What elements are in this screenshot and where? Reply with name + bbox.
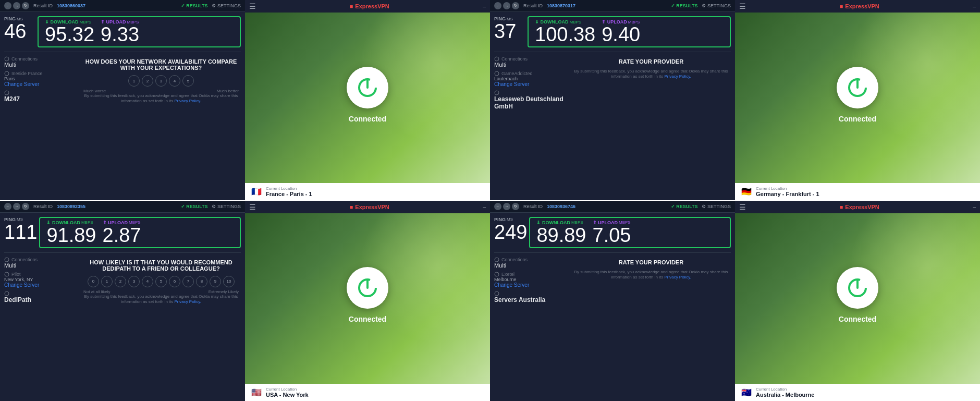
rating-min: Much worse — [83, 89, 106, 93]
connections-row: Connections Multi — [494, 56, 567, 68]
forward-icon[interactable]: → — [13, 2, 20, 9]
vpn-background: Connected — [245, 213, 490, 384]
rating-btn-10[interactable]: 10 — [223, 276, 235, 287]
rating-btn-2[interactable]: 2 — [115, 276, 126, 287]
rating-btn-5[interactable]: 5 — [155, 276, 167, 287]
ping-value: 111 — [4, 222, 37, 242]
settings-tab[interactable]: ⚙ SETTINGS — [702, 204, 731, 209]
ping-stat: PING ms 111 — [4, 217, 37, 248]
privacy-policy-link[interactable]: Privacy Policy. — [664, 74, 691, 79]
results-tab[interactable]: ✓ RESULTS — [671, 3, 698, 8]
hamburger-menu-icon[interactable]: ☰ — [739, 203, 746, 211]
privacy-text: By submitting this feedback, you acknowl… — [573, 69, 729, 80]
minimize-icon[interactable]: – — [973, 4, 976, 9]
rating-btn-4[interactable]: 4 — [142, 276, 153, 287]
results-tab[interactable]: ✓ RESULTS — [671, 204, 698, 209]
connections-row: Connections Multi — [494, 257, 567, 269]
provider-row: M247 — [4, 90, 77, 103]
provider-icon-label — [494, 291, 567, 296]
location-icon — [4, 272, 9, 277]
expressvpn-logo: ■ ExpressVPN — [350, 204, 389, 210]
stats-row: PING ms 111 ⇓ DOWNLOAD Mbps 91.89 ⇑ UPLO… — [0, 213, 245, 252]
change-server-link[interactable]: Change Server — [4, 282, 39, 288]
refresh-icon[interactable]: ↻ — [22, 203, 29, 210]
upload-stat: ⇑ UPLOAD Mbps 9.33 — [101, 19, 139, 44]
rating-btn-0[interactable]: 0 — [88, 276, 99, 287]
location-label: Current Location — [756, 186, 819, 191]
settings-tab[interactable]: ⚙ SETTINGS — [212, 204, 241, 209]
expressvpn-shield-icon: ■ — [840, 3, 843, 9]
refresh-icon[interactable]: ↻ — [22, 2, 29, 9]
power-button[interactable] — [347, 67, 388, 108]
info-right: RATE YOUR PROVIDERBy submitting this fee… — [571, 56, 731, 196]
provider-icon — [494, 90, 499, 95]
ping-stat: PING ms 249 — [494, 217, 527, 248]
settings-tab[interactable]: ⚙ SETTINGS — [702, 3, 731, 8]
rating-btn-5[interactable]: 5 — [182, 75, 194, 87]
results-tab[interactable]: ✓ RESULTS — [181, 204, 208, 209]
expressvpn-logo-text: ExpressVPN — [845, 204, 879, 210]
forward-icon[interactable]: → — [13, 203, 20, 210]
forward-icon[interactable]: → — [503, 2, 510, 9]
change-server-link[interactable]: Change Server — [494, 81, 529, 87]
change-server-link[interactable]: Change Server — [4, 81, 39, 87]
privacy-policy-link[interactable]: Privacy Policy. — [664, 275, 691, 280]
rating-btn-9[interactable]: 9 — [210, 276, 221, 287]
rating-max: Extremely Likely — [209, 289, 239, 294]
result-id: 10830936746 — [547, 204, 575, 209]
hamburger-menu-icon[interactable]: ☰ — [249, 2, 256, 10]
vpn-panel: ☰ ■ ExpressVPN – Connected 🇫🇷 Current Lo… — [245, 0, 490, 200]
vpn-footer: 🇦🇺 Current Location Australia - Melbourn… — [735, 384, 980, 401]
rating-btn-4[interactable]: 4 — [169, 75, 180, 87]
back-icon[interactable]: ← — [4, 2, 11, 9]
location-icon — [494, 71, 499, 76]
minimize-icon[interactable]: – — [483, 4, 486, 9]
highlighted-stats: ⇓ DOWNLOAD Mbps 100.38 ⇑ UPLOAD Mbps 9.4… — [528, 16, 731, 47]
upload-stat: ⇑ UPLOAD Mbps 2.87 — [103, 220, 141, 245]
svg-point-11 — [5, 272, 9, 276]
back-icon[interactable]: ← — [4, 203, 11, 210]
speedtest-panel: ← → ↻ Result ID 10830870317 ✓ RESULTS ⚙ … — [490, 0, 735, 200]
hamburger-menu-icon[interactable]: ☰ — [249, 203, 256, 211]
results-tab[interactable]: ✓ RESULTS — [181, 3, 208, 8]
change-server-link[interactable]: Change Server — [494, 282, 529, 288]
rating-btn-3[interactable]: 3 — [128, 276, 140, 287]
forward-icon[interactable]: → — [503, 203, 510, 210]
provider-icon-label — [4, 291, 77, 296]
hamburger-menu-icon[interactable]: ☰ — [739, 2, 746, 10]
info-right: HOW DOES YOUR NETWORK AVAILABILITY COMPA… — [81, 56, 241, 196]
rating-min: Not at all likely — [83, 289, 111, 294]
power-button[interactable] — [347, 267, 388, 309]
rating-btn-8[interactable]: 8 — [196, 276, 207, 287]
provider-icon — [494, 291, 499, 296]
settings-tab[interactable]: ⚙ SETTINGS — [212, 3, 241, 8]
result-id: 10830892355 — [57, 204, 85, 209]
power-button[interactable] — [837, 267, 878, 309]
result-id-label: Result ID — [523, 204, 543, 209]
rating-btn-7[interactable]: 7 — [182, 276, 194, 287]
back-icon[interactable]: ← — [494, 2, 501, 9]
minimize-icon[interactable]: – — [973, 204, 976, 210]
back-icon[interactable]: ← — [494, 203, 501, 210]
power-button[interactable] — [837, 67, 878, 108]
minimize-icon[interactable]: – — [483, 204, 486, 210]
rating-btn-2[interactable]: 2 — [142, 75, 153, 87]
rating-btn-3[interactable]: 3 — [155, 75, 167, 87]
privacy-policy-link[interactable]: Privacy Policy. — [174, 99, 201, 103]
expressvpn-shield-icon: ■ — [350, 3, 353, 9]
location-row: Pilot New York, NY Change Server — [4, 272, 77, 288]
rating-btn-6[interactable]: 6 — [169, 276, 180, 287]
privacy-policy-link[interactable]: Privacy Policy. — [174, 299, 201, 304]
upload-value: 7.05 — [593, 225, 631, 245]
refresh-icon[interactable]: ↻ — [512, 2, 519, 9]
ping-value: 46 — [4, 21, 26, 41]
upload-stat: ⇑ UPLOAD Mbps 7.05 — [593, 220, 631, 245]
location-info: Current Location USA - New York — [266, 387, 309, 398]
info-right: RATE YOUR PROVIDERBy submitting this fee… — [571, 257, 731, 397]
privacy-text: By submitting this feedback, you acknowl… — [573, 270, 729, 281]
power-icon-svg — [847, 77, 868, 98]
rating-btn-1[interactable]: 1 — [128, 75, 140, 87]
refresh-icon[interactable]: ↻ — [512, 203, 519, 210]
rating-btn-1[interactable]: 1 — [101, 276, 113, 287]
stats-row: PING ms 37 ⇓ DOWNLOAD Mbps 100.38 ⇑ UPLO… — [490, 12, 735, 52]
